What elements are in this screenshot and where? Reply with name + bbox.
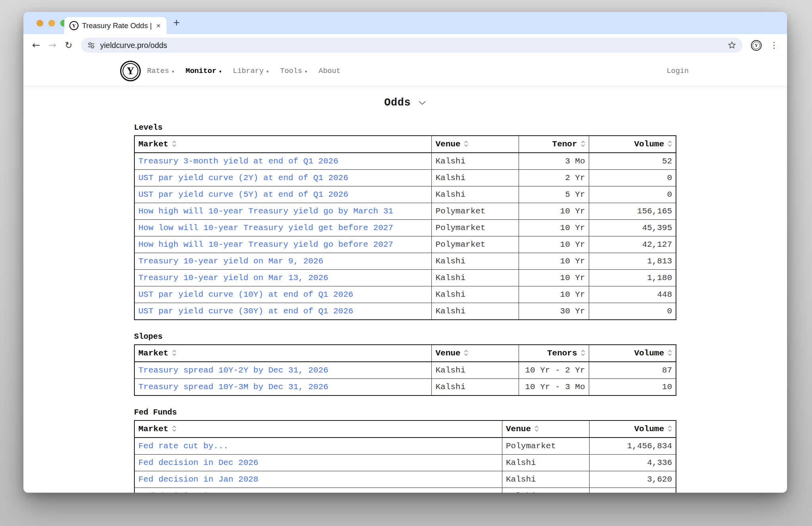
brand-logo-icon[interactable]: Y: [120, 61, 141, 81]
desktop-backdrop: { "browser": { "tab_title": "Treasury Ra…: [0, 0, 812, 526]
column-label: Tenor: [552, 140, 577, 149]
table-row: Fed decision in Jan 2027Kalshi2,977: [134, 488, 676, 493]
table-row: Treasury 3-month yield at end of Q1 2026…: [134, 153, 676, 170]
section-heading-fed-funds: Fed Funds: [134, 408, 676, 417]
cell-market: Treasury spread 10Y-3M by Dec 31, 2026: [134, 379, 432, 396]
cell-volume: 0: [589, 303, 676, 320]
column-header-tenors[interactable]: Tenors: [519, 345, 589, 362]
market-link[interactable]: How high will 10-year Treasury yield go …: [138, 240, 393, 249]
cell-volume: 448: [589, 286, 676, 303]
markets-table-fed-funds: MarketVenueVolumeFed rate cut by...Polym…: [134, 420, 676, 493]
nav-item-about[interactable]: About: [319, 67, 341, 75]
market-link[interactable]: How low will 10-year Treasury yield get …: [138, 223, 393, 232]
bookmark-star-icon[interactable]: [727, 40, 737, 50]
column-header-volume[interactable]: Volume: [589, 345, 676, 362]
window-minimize-button[interactable]: [48, 20, 55, 27]
sort-icon: [668, 349, 672, 356]
market-link[interactable]: UST par yield curve (5Y) at end of Q1 20…: [138, 190, 348, 199]
market-link[interactable]: Fed decision in Dec 2026: [138, 458, 258, 467]
column-header-venue[interactable]: Venue: [502, 420, 590, 438]
market-link[interactable]: Treasury spread 10Y-3M by Dec 31, 2026: [138, 382, 328, 392]
cell-market: UST par yield curve (5Y) at end of Q1 20…: [134, 186, 432, 203]
market-link[interactable]: Treasury 10-year yield on Mar 9, 2026: [138, 257, 323, 266]
market-link[interactable]: UST par yield curve (30Y) at end of Q1 2…: [138, 307, 353, 316]
column-header-market[interactable]: Market: [134, 420, 502, 438]
market-link[interactable]: Treasury 10-year yield on Mar 13, 2026: [138, 273, 328, 282]
cell-venue: Kalshi: [502, 488, 590, 493]
browser-toolbar: ← → ↻ yieldcurve.pro/odds Y ⋮: [23, 34, 787, 56]
cell-tenor: 10 Yr: [519, 253, 589, 270]
market-link[interactable]: UST par yield curve (2Y) at end of Q1 20…: [138, 173, 348, 182]
sort-icon: [534, 425, 539, 432]
login-link[interactable]: Login: [666, 67, 689, 75]
nav-item-rates[interactable]: Rates ▾: [147, 67, 174, 75]
market-link[interactable]: Fed decision in Jan 2028: [138, 475, 258, 484]
cell-tenor: 10 Yr: [519, 236, 589, 253]
window-close-button[interactable]: [36, 20, 43, 27]
page-title-chevron-down-icon[interactable]: [418, 100, 426, 105]
market-link[interactable]: How high will 10-year Treasury yield go …: [138, 207, 393, 216]
cell-venue: Kalshi: [432, 379, 519, 396]
table-row: Treasury 10-year yield on Mar 9, 2026Kal…: [134, 253, 676, 270]
browser-tab[interactable]: Y Treasury Rate Odds | yieldcur ×: [64, 17, 167, 34]
column-header-market[interactable]: Market: [134, 345, 432, 362]
back-icon[interactable]: ←: [32, 40, 40, 50]
column-header-volume[interactable]: Volume: [589, 420, 676, 438]
cell-volume: 4,336: [589, 455, 676, 471]
nav-item-tools[interactable]: Tools ▾: [280, 67, 307, 75]
chevron-down-icon: ▾: [266, 69, 269, 74]
table-row: How low will 10-year Treasury yield get …: [134, 220, 676, 236]
page-title: Odds: [384, 97, 411, 109]
market-link[interactable]: UST par yield curve (10Y) at end of Q1 2…: [138, 290, 353, 299]
forward-icon: →: [48, 40, 56, 50]
site-settings-icon[interactable]: [87, 41, 96, 50]
market-link[interactable]: Fed rate cut by...: [138, 442, 228, 451]
table-row: How high will 10-year Treasury yield go …: [134, 236, 676, 253]
tab-close-icon[interactable]: ×: [155, 22, 161, 29]
table-row: Treasury spread 10Y-2Y by Dec 31, 2026Ka…: [134, 362, 676, 379]
cell-market: Fed decision in Jan 2027: [134, 488, 502, 493]
section-heading-slopes: Slopes: [134, 332, 676, 341]
column-label: Tenors: [547, 349, 577, 358]
reload-icon[interactable]: ↻: [65, 41, 72, 50]
table-row: Treasury spread 10Y-3M by Dec 31, 2026Ka…: [134, 379, 676, 396]
nav-item-label: About: [319, 67, 341, 75]
market-link[interactable]: Treasury 3-month yield at end of Q1 2026: [138, 157, 338, 166]
page-content: Odds LevelsMarketVenueTenorVolumeTreasur…: [23, 86, 787, 493]
column-header-tenor[interactable]: Tenor: [519, 136, 589, 153]
column-header-venue[interactable]: Venue: [432, 136, 519, 153]
new-tab-button[interactable]: +: [173, 16, 180, 29]
cell-venue: Kalshi: [432, 303, 519, 320]
nav-item-monitor[interactable]: Monitor ▾: [186, 67, 221, 75]
cell-tenor: 10 Yr: [519, 220, 589, 236]
nav-item-label: Library: [233, 67, 264, 75]
cell-volume: 2,977: [589, 488, 676, 493]
column-label: Volume: [634, 349, 664, 358]
sort-icon: [172, 140, 176, 147]
market-link[interactable]: Treasury spread 10Y-2Y by Dec 31, 2026: [138, 366, 328, 375]
address-bar[interactable]: yieldcurve.pro/odds: [81, 38, 743, 53]
cell-tenor: 3 Mo: [519, 153, 589, 170]
tab-title: Treasury Rate Odds | yieldcur: [82, 21, 152, 30]
column-label: Venue: [506, 424, 531, 434]
cell-venue: Kalshi: [432, 170, 519, 186]
table-row: Treasury 10-year yield on Mar 13, 2026Ka…: [134, 270, 676, 286]
nav-item-library[interactable]: Library ▾: [233, 67, 268, 75]
sort-icon: [172, 425, 176, 432]
site-logo-badge-icon[interactable]: Y: [751, 40, 762, 51]
cell-tenor: 5 Yr: [519, 186, 589, 203]
cell-venue: Kalshi: [432, 253, 519, 270]
markets-table-slopes: MarketVenueTenorsVolumeTreasury spread 1…: [134, 344, 676, 396]
column-header-venue[interactable]: Venue: [432, 345, 519, 362]
markets-table-levels: MarketVenueTenorVolumeTreasury 3-month y…: [134, 135, 676, 320]
cell-market: Treasury spread 10Y-2Y by Dec 31, 2026: [134, 362, 432, 379]
cell-volume: 1,180: [589, 270, 676, 286]
browser-menu-icon[interactable]: ⋮: [770, 40, 778, 50]
url-text[interactable]: yieldcurve.pro/odds: [100, 41, 167, 50]
site-navbar: Y Rates ▾ Monitor ▾ Library ▾ Tools ▾ Ab…: [23, 56, 787, 86]
column-header-volume[interactable]: Volume: [589, 136, 676, 153]
column-header-market[interactable]: Market: [134, 136, 432, 153]
cell-tenor: 10 Yr: [519, 203, 589, 220]
market-link[interactable]: Fed decision in Jan 2027: [138, 491, 258, 493]
sort-icon: [172, 349, 176, 356]
